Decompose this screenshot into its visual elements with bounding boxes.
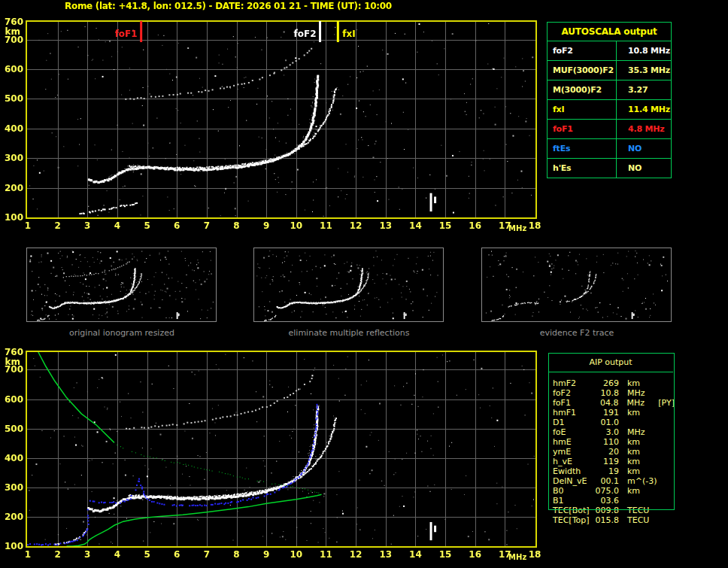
aip-row-value: 269 — [595, 378, 619, 388]
autoscala-table-rows: foF210.8 MHzMUF(3000)F235.3 MHzM(3000)F2… — [548, 41, 671, 178]
aip-row-label: foF1 — [548, 398, 595, 408]
aip-output-table: AIP output hmF2269kmfoF210.8MHzfoF104.8M… — [548, 353, 675, 525]
aip-row: Ewidth19km — [548, 466, 675, 476]
aip-row-value: 009.8 — [595, 506, 619, 515]
aip-row-label: TEC[Bot] — [548, 506, 595, 515]
autoscala-row-value: NO — [617, 159, 671, 178]
autoscala-row: ftEsNO — [548, 138, 671, 158]
aip-row-unit: km — [627, 457, 657, 466]
aip-row-label: foE — [548, 427, 595, 437]
autoscala-row-value: 35.3 MHz — [617, 61, 671, 80]
autoscala-row-value: 11.4 MHz — [617, 100, 671, 119]
aip-row: hmF1191km — [548, 408, 675, 418]
aip-row-label: foF2 — [548, 388, 595, 398]
aip-row: D101.0 — [548, 418, 675, 427]
aip-row-unit: km — [627, 486, 657, 496]
autoscala-row-label: MUF(3000)F2 — [548, 61, 617, 80]
autoscala-row-value: 10.8 MHz — [617, 41, 671, 60]
autoscala-row-label: foF1 — [548, 120, 617, 138]
aip-row-unit: m^(-3) — [627, 476, 657, 486]
aip-row-value: 19 — [595, 466, 619, 476]
aip-row: foF104.8MHz[PY] — [548, 398, 675, 408]
thumb-multiples-canvas — [254, 248, 443, 321]
autoscala-row: h'EsNO — [548, 158, 671, 178]
autoscala-screen: Rome (lat: +41.8, lon: 012.5) - DATE: 20… — [0, 0, 728, 568]
aip-row: foF210.8MHz — [548, 388, 675, 398]
autoscala-row-value: 3.27 — [617, 80, 671, 99]
aip-row-unit: TECU — [627, 506, 657, 515]
autoscala-row-label: foF2 — [548, 41, 617, 60]
aip-row-value: 01.0 — [595, 418, 619, 427]
aip-row-value: 04.8 — [595, 398, 619, 408]
aip-row-label: DelN_vE — [548, 476, 595, 486]
thumb-multiples-caption: eliminate multiple reflections — [251, 328, 447, 338]
aip-row-unit: MHz — [627, 427, 657, 437]
autoscala-row-label: h'Es — [548, 159, 617, 178]
bottom-ionogram-canvas — [0, 342, 545, 568]
aip-row-label: B1 — [548, 496, 595, 506]
aip-row: hmE110km — [548, 437, 675, 447]
autoscala-row: fxI11.4 MHz — [548, 99, 671, 119]
aip-row-label: TEC[Top] — [548, 515, 595, 525]
autoscala-row: MUF(3000)F235.3 MHz — [548, 60, 671, 80]
aip-row-value: 075.0 — [595, 486, 619, 496]
autoscala-table-header: AUTOSCALA output — [548, 23, 671, 41]
aip-row-value: 191 — [595, 408, 619, 418]
aip-row-value: 00.1 — [595, 476, 619, 486]
autoscala-row-value: 4.8 MHz — [617, 120, 671, 138]
aip-row: TEC[Top]015.8TECU — [548, 515, 675, 525]
aip-row-value: 015.8 — [595, 515, 619, 525]
autoscala-row: M(3000)F23.27 — [548, 80, 671, 99]
aip-row: hmF2269km — [548, 378, 675, 388]
aip-row-value: 119 — [595, 457, 619, 466]
aip-row-label: ymE — [548, 447, 595, 457]
aip-row: foE3.0MHz — [548, 427, 675, 437]
autoscala-row-label: M(3000)F2 — [548, 80, 617, 99]
aip-row-label: hmE — [548, 437, 595, 447]
autoscala-row-label: ftEs — [548, 139, 617, 158]
thumb-f2-canvas — [482, 248, 671, 321]
aip-row-value: 10.8 — [595, 388, 619, 398]
aip-row-value: 03.6 — [595, 496, 619, 506]
aip-row-unit: km — [627, 378, 657, 388]
aip-row-unit: MHz — [627, 388, 657, 398]
thumb-original-caption: original ionogram resized — [24, 328, 220, 338]
autoscala-row-value: NO — [617, 139, 671, 158]
aip-row: ymE20km — [548, 447, 675, 457]
aip-row-unit: km — [627, 437, 657, 447]
aip-row-unit: km — [627, 408, 657, 418]
aip-row-unit — [627, 418, 657, 427]
aip-row-unit — [627, 496, 657, 506]
aip-row-label: Ewidth — [548, 466, 595, 476]
aip-row-value: 20 — [595, 447, 619, 457]
aip-row-label: D1 — [548, 418, 595, 427]
aip-row-value: 3.0 — [595, 427, 619, 437]
aip-row-unit: km — [627, 466, 657, 476]
aip-row-value: 110 — [595, 437, 619, 447]
aip-row-label: hmF1 — [548, 408, 595, 418]
autoscala-row-label: fxI — [548, 100, 617, 119]
aip-row-extra: [PY] — [658, 398, 675, 408]
aip-row-label: h_vE — [548, 457, 595, 466]
thumb-original-frame — [26, 248, 217, 322]
aip-row-unit: TECU — [627, 515, 657, 525]
aip-row: h_vE119km — [548, 457, 675, 466]
aip-table-header: AIP output — [548, 353, 673, 372]
aip-row: B103.6 — [548, 496, 675, 506]
page-title: Rome (lat: +41.8, lon: 012.5) - DATE: 20… — [65, 1, 392, 11]
top-ionogram-canvas — [0, 0, 545, 238]
aip-row-label: hmF2 — [548, 378, 595, 388]
aip-row-unit: MHz — [627, 398, 657, 408]
aip-row: DelN_vE00.1m^(-3) — [548, 476, 675, 486]
aip-row-unit: km — [627, 447, 657, 457]
aip-row: B0075.0km — [548, 486, 675, 496]
autoscala-output-table: AUTOSCALA output foF210.8 MHzMUF(3000)F2… — [547, 22, 672, 178]
aip-row-label: B0 — [548, 486, 595, 496]
aip-table-rows: hmF2269kmfoF210.8MHzfoF104.8MHz[PY]hmF11… — [548, 372, 675, 525]
thumb-f2-frame — [481, 248, 672, 322]
thumb-f2-caption: evidence F2 trace — [479, 328, 675, 338]
thumb-multiples-frame — [253, 248, 444, 322]
autoscala-row: foF210.8 MHz — [548, 41, 671, 60]
thumb-original-canvas — [27, 248, 216, 321]
autoscala-row: foF14.8 MHz — [548, 119, 671, 138]
